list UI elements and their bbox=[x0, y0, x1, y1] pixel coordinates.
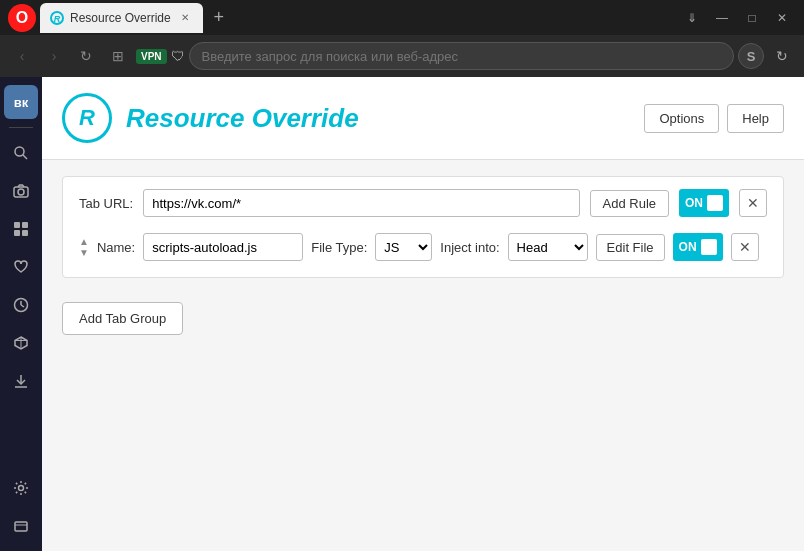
logo-letter: R bbox=[79, 105, 95, 131]
svg-rect-7 bbox=[22, 222, 28, 228]
sidebar-item-clock[interactable] bbox=[4, 288, 38, 322]
file-type-select[interactable]: JS CSS File bbox=[375, 233, 432, 261]
rule-toggle-label: ON bbox=[679, 240, 697, 254]
group-remove-button[interactable]: ✕ bbox=[739, 189, 767, 217]
sidebar-item-download[interactable] bbox=[4, 364, 38, 398]
extension-header: R Resource Override Options Help bbox=[42, 77, 804, 160]
sidebar: вк bbox=[0, 77, 42, 551]
extension-title: Resource Override bbox=[126, 103, 644, 134]
sidebar-item-vk[interactable]: вк bbox=[4, 85, 38, 119]
rule-toggle[interactable]: ON bbox=[673, 233, 723, 261]
extension-logo: R bbox=[62, 93, 112, 143]
grid-view-button[interactable]: ⊞ bbox=[104, 42, 132, 70]
add-tab-group-section: Add Tab Group bbox=[42, 294, 804, 343]
options-button[interactable]: Options bbox=[644, 104, 719, 133]
refresh-button[interactable]: ↻ bbox=[72, 42, 100, 70]
forward-button[interactable]: › bbox=[40, 42, 68, 70]
svg-point-17 bbox=[19, 486, 24, 491]
tab-group: Tab URL: Add Rule ON ✕ ▲ ▼ Name: bbox=[62, 176, 784, 278]
sidebar-item-settings[interactable] bbox=[4, 471, 38, 505]
opera-button[interactable]: O bbox=[8, 4, 36, 32]
tab-favicon-icon: R bbox=[50, 11, 64, 25]
group-toggle-label: ON bbox=[685, 196, 703, 210]
extension-page: R Resource Override Options Help Tab URL… bbox=[42, 77, 804, 551]
svg-line-3 bbox=[23, 155, 27, 159]
file-type-label: File Type: bbox=[311, 240, 367, 255]
rule-row: ▲ ▼ Name: File Type: JS CSS File Inject … bbox=[79, 229, 767, 265]
header-buttons: Options Help bbox=[644, 104, 784, 133]
addressbar: ‹ › ↻ ⊞ VPN 🛡 S ↻ bbox=[0, 35, 804, 77]
toggle-checkbox bbox=[707, 195, 723, 211]
active-tab[interactable]: R Resource Override ✕ bbox=[40, 3, 203, 33]
close-button[interactable]: ✕ bbox=[768, 4, 796, 32]
tab-area: R Resource Override ✕ + bbox=[40, 0, 674, 35]
tab-title: Resource Override bbox=[70, 11, 171, 25]
svg-point-2 bbox=[15, 147, 24, 156]
svg-rect-8 bbox=[14, 230, 20, 236]
sidebar-item-search[interactable] bbox=[4, 136, 38, 170]
svg-rect-18 bbox=[15, 522, 27, 531]
main-layout: вк bbox=[0, 77, 804, 551]
inject-into-label: Inject into: bbox=[440, 240, 499, 255]
inject-into-select[interactable]: Head Body bbox=[508, 233, 588, 261]
titlebar: O R Resource Override ✕ + ⇓ — □ ✕ bbox=[0, 0, 804, 35]
name-label: Name: bbox=[97, 240, 135, 255]
sidebar-item-grid[interactable] bbox=[4, 212, 38, 246]
tab-url-row: Tab URL: Add Rule ON ✕ bbox=[79, 189, 767, 217]
tab-url-input[interactable] bbox=[143, 189, 579, 217]
svg-rect-9 bbox=[22, 230, 28, 236]
add-rule-button[interactable]: Add Rule bbox=[590, 190, 669, 217]
edit-file-button[interactable]: Edit File bbox=[596, 234, 665, 261]
content-area: R Resource Override Options Help Tab URL… bbox=[42, 77, 804, 551]
window-controls: ⇓ — □ ✕ bbox=[678, 4, 796, 32]
minimize-button[interactable]: — bbox=[708, 4, 736, 32]
svg-text:R: R bbox=[54, 14, 61, 24]
shield-icon: 🛡 bbox=[171, 48, 185, 64]
tab-close-button[interactable]: ✕ bbox=[177, 10, 193, 26]
address-input[interactable] bbox=[189, 42, 734, 70]
svg-line-12 bbox=[21, 305, 24, 307]
add-tab-group-button[interactable]: Add Tab Group bbox=[62, 302, 183, 335]
rule-remove-button[interactable]: ✕ bbox=[731, 233, 759, 261]
sidebar-item-window[interactable] bbox=[4, 509, 38, 543]
new-tab-button[interactable]: + bbox=[205, 4, 233, 32]
reload-icon[interactable]: ↻ bbox=[768, 42, 796, 70]
help-button[interactable]: Help bbox=[727, 104, 784, 133]
vpn-badge[interactable]: VPN bbox=[136, 49, 167, 64]
group-toggle[interactable]: ON bbox=[679, 189, 729, 217]
rule-name-input[interactable] bbox=[143, 233, 303, 261]
sidebar-item-heart[interactable] bbox=[4, 250, 38, 284]
maximize-button[interactable]: □ bbox=[738, 4, 766, 32]
sidebar-divider-1 bbox=[9, 127, 33, 128]
back-button[interactable]: ‹ bbox=[8, 42, 36, 70]
sort-arrows-icon[interactable]: ▲ ▼ bbox=[79, 236, 89, 258]
rule-toggle-checkbox bbox=[701, 239, 717, 255]
svg-point-5 bbox=[18, 189, 24, 195]
downward-arrows-icon: ⇓ bbox=[678, 4, 706, 32]
tab-url-label: Tab URL: bbox=[79, 196, 133, 211]
sync-account-icon[interactable]: S bbox=[738, 43, 764, 69]
svg-rect-6 bbox=[14, 222, 20, 228]
sidebar-item-cube[interactable] bbox=[4, 326, 38, 360]
sidebar-item-camera[interactable] bbox=[4, 174, 38, 208]
